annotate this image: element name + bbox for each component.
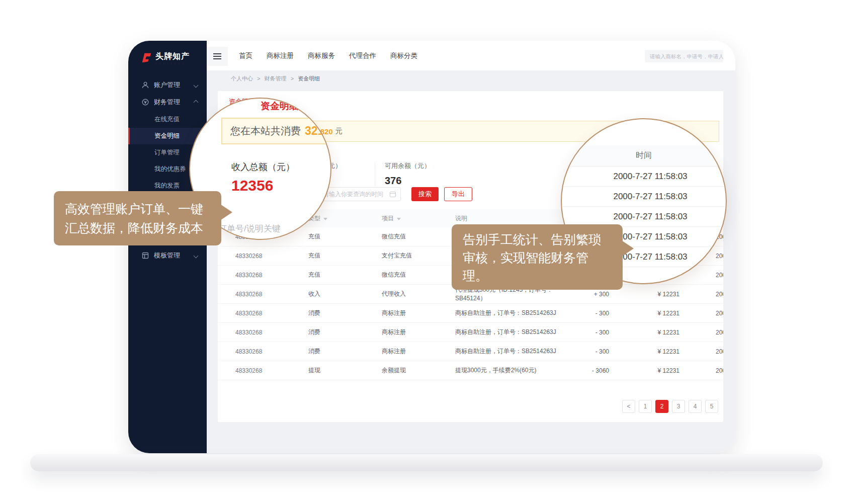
pagination-page-4[interactable]: 4 xyxy=(689,400,702,413)
date-filter-input[interactable]: 请输入你要查询的时间 xyxy=(317,187,401,201)
sidebar-subitem-recharge[interactable]: 在线充值 xyxy=(128,111,207,128)
column-header-desc: 说明 xyxy=(455,214,566,223)
sidebar-item-account[interactable]: 账户管理 xyxy=(128,77,207,93)
sidebar-subitem-label: 我的优惠券 xyxy=(154,165,186,174)
sidebar-item-label: 模板管理 xyxy=(154,251,180,260)
pagination-page-2-active[interactable]: 2 xyxy=(655,400,668,413)
stat-value: 376 xyxy=(385,175,431,187)
nav-link-services[interactable]: 商标服务 xyxy=(308,51,335,60)
table-row: 48330268 消费 商标注册 商标自助注册，订单号：SB2514263J -… xyxy=(218,304,723,323)
nav-link-home[interactable]: 首页 xyxy=(239,51,252,60)
sidebar-item-finance[interactable]: 财务管理 xyxy=(128,94,207,110)
table-row: 48330268 消费 商标注册 商标自助注册，订单号：SB2514263J -… xyxy=(218,342,723,361)
callout-line: 告别手工统计、告别繁琐 xyxy=(463,230,612,248)
stat-balance: 可用余额（元） 376 xyxy=(385,161,431,187)
trademark-search-input[interactable] xyxy=(645,50,723,62)
breadcrumb-item[interactable]: 财务管理 xyxy=(265,75,287,81)
sidebar: 头牌知产 · · · · · · · · 账户管理 财务管理 在线充值 xyxy=(128,41,207,453)
chevron-up-icon xyxy=(194,100,199,105)
chevron-down-icon xyxy=(194,253,199,258)
sidebar-subitem-label: 订单管理 xyxy=(154,148,180,157)
date-placeholder: 请输入你要查询的时间 xyxy=(323,190,390,199)
nav-link-agent[interactable]: 代理合作 xyxy=(349,51,376,60)
laptop-mockup: 头牌知产 · · · · · · · · 账户管理 财务管理 在线充值 xyxy=(0,0,853,504)
calendar-icon[interactable] xyxy=(390,192,396,197)
template-icon xyxy=(141,251,149,260)
callout-line: 高效管理账户订单、一键 xyxy=(65,199,210,218)
callout-line: 理。 xyxy=(463,267,612,285)
pagination: < 1 2 3 4 5 xyxy=(622,400,718,413)
callout-finance-cost: 高效管理账户订单、一键 汇总数据，降低财务成本 xyxy=(54,191,221,245)
magnified-income-value: 12356 xyxy=(231,177,273,194)
callout-line: 汇总数据，降低财务成本 xyxy=(65,218,210,237)
magnified-time-header: 时间 xyxy=(562,145,726,166)
callout-smart-finance: 告别手工统计、告别繁琐 审核，实现智能财务管 理。 xyxy=(452,224,623,290)
nav-links: 首页 商标注册 商标服务 代理合作 商标分类 xyxy=(239,51,417,60)
sort-caret-icon xyxy=(323,218,327,220)
sidebar-item-template[interactable]: 模板管理 xyxy=(128,247,207,264)
chevron-down-icon xyxy=(194,82,199,88)
brand-name: 头牌知产 xyxy=(155,52,190,61)
sidebar-subitem-label: 资金明细 xyxy=(154,132,180,140)
sidebar-item-label: 账户管理 xyxy=(154,80,180,90)
sidebar-item-label: 财务管理 xyxy=(154,98,180,107)
sidebar-subitem-label: 在线充值 xyxy=(154,115,180,124)
magnified-time-row: 2000-7-27 11:58:03 xyxy=(562,166,726,187)
laptop-base xyxy=(30,454,823,471)
search-button[interactable]: 搜索 xyxy=(411,187,439,201)
export-button[interactable]: 导出 xyxy=(444,187,472,201)
column-header-project[interactable]: 项目 xyxy=(382,214,455,223)
callout-line: 审核，实现智能财务管 xyxy=(463,248,612,267)
banner-unit: 元 xyxy=(335,127,343,136)
pagination-prev-button[interactable]: < xyxy=(622,400,635,413)
nav-link-classes[interactable]: 商标分类 xyxy=(390,51,417,60)
breadcrumb-item[interactable]: 个人中心 xyxy=(231,75,253,81)
nav-link-register[interactable]: 商标注册 xyxy=(267,51,294,60)
stat-label: 可用余额（元） xyxy=(385,161,431,171)
magnified-income-label: 收入总额（元） xyxy=(231,161,295,173)
breadcrumb-current: 资金明细 xyxy=(298,75,320,81)
pagination-page-3[interactable]: 3 xyxy=(672,400,685,413)
pagination-page-1[interactable]: 1 xyxy=(639,400,652,413)
table-row: 48330268 消费 商标注册 商标自助注册，订单号：SB2514263J -… xyxy=(218,323,723,342)
brand-flag-icon xyxy=(140,52,152,64)
top-nav: 首页 商标注册 商标服务 代理合作 商标分类 xyxy=(207,41,735,71)
sort-caret-icon xyxy=(397,218,401,220)
brand-logo: 头牌知产 · · · · · · · · xyxy=(140,52,190,65)
column-header-type[interactable]: 类型 xyxy=(308,214,382,223)
stat-divider xyxy=(375,162,375,187)
sidebar-subitem-label: 我的发票 xyxy=(154,182,180,190)
hamburger-menu-icon[interactable] xyxy=(207,47,228,66)
coin-icon xyxy=(141,98,149,106)
breadcrumb: 个人中心 > 财务管理 > 资金明细 xyxy=(231,75,320,82)
brand-subtext: · · · · · · · · xyxy=(155,62,190,65)
magnified-time-row: 2000-7-27 11:58:03 xyxy=(562,187,726,207)
user-icon xyxy=(141,81,149,89)
pagination-page-5[interactable]: 5 xyxy=(705,400,718,413)
table-row: 48330268 提现 余额提现 提现3000元，手续费2%(60元) - 30… xyxy=(218,361,723,380)
magnified-time-row: 2000-7-27 11:58:03 xyxy=(562,207,726,227)
